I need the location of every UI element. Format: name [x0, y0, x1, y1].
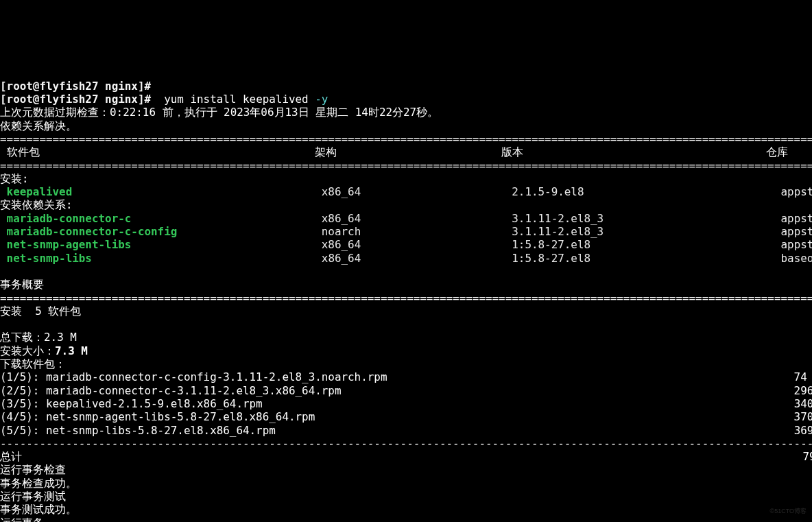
summary-packages: 安装 5 软件包 [0, 305, 81, 318]
table-row: keepalived x86_64 2.1.5-9.el8 appstre [0, 185, 812, 198]
download-label: 下载软件包： [0, 357, 66, 370]
total-download: 总下载：2.3 M [0, 331, 77, 344]
watermark: ©51CTO博客 [770, 505, 807, 518]
section-install: 安装: [0, 172, 29, 185]
column-headers: 软件包 架构 版本 仓库 [0, 145, 788, 158]
table-row: mariadb-connector-c-config noarch 3.1.11… [0, 225, 812, 238]
table-row: net-snmp-libs x86_64 1:5.8-27.el8 baseos [0, 252, 812, 265]
download-item: (2/5): mariadb-connector-c-3.1.11-2.el8_… [0, 384, 812, 397]
metadata-check-line: 上次元数据过期检查：0:22:16 前，执行于 2023年06月13日 星期二 … [0, 106, 438, 119]
txn-test-run: 运行事务测试 [0, 490, 66, 503]
command-flag: -y [315, 93, 328, 106]
hr-2: ========================================… [0, 159, 812, 172]
txn-check-run: 运行事务检查 [0, 463, 66, 476]
download-item: (1/5): mariadb-connector-c-config-3.1.11… [0, 370, 807, 383]
deps-resolved: 依赖关系解决。 [0, 119, 77, 132]
hr-1: ========================================… [0, 132, 812, 145]
command-text: yum install keepalived [164, 93, 315, 106]
table-row: net-snmp-agent-libs x86_64 1:5.8-27.el8 … [0, 238, 812, 251]
download-item: (3/5): keepalived-2.1.5-9.el8.x86_64.rpm… [0, 397, 812, 410]
hr-3: ========================================… [0, 292, 812, 305]
terminal-output: [root@flyfish27 nginx]# [root@flyfish27 … [0, 66, 812, 522]
download-item: (4/5): net-snmp-agent-libs-5.8-27.el8.x8… [0, 410, 812, 423]
txn-test-ok: 事务测试成功。 [0, 503, 77, 516]
summary-title: 事务概要 [0, 278, 44, 291]
table-row: mariadb-connector-c x86_64 3.1.11-2.el8_… [0, 212, 812, 225]
txn-run: 运行事务 [0, 517, 44, 522]
download-item: (5/5): net-snmp-libs-5.8-27.el8.x86_64.r… [0, 424, 812, 437]
install-size: 安装大小：7.3 M [0, 344, 88, 357]
prompt-line-2: [root@flyfish27 nginx]# [0, 93, 164, 106]
prompt-line-1: [root@flyfish27 nginx]# [0, 80, 151, 93]
txn-check-ok: 事务检查成功。 [0, 477, 77, 490]
section-deps: 安装依赖关系: [0, 198, 73, 211]
total-line: 总计 796 [0, 450, 812, 463]
dash-hr: ----------------------------------------… [0, 437, 812, 450]
